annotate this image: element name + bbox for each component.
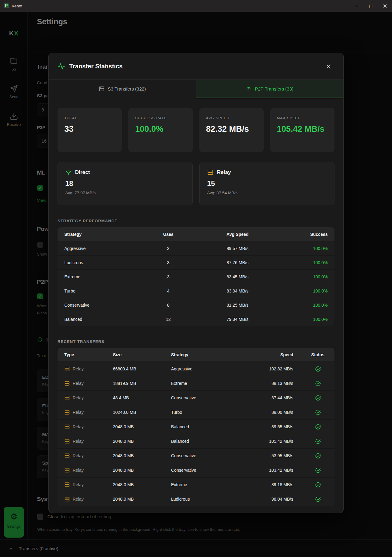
transfer-speed: 53.95 MB/s xyxy=(246,453,301,458)
strategy-success: 100.0% xyxy=(285,289,334,293)
table-row: Turbo 4 83.04 MB/s 100.0% xyxy=(58,284,334,298)
transfer-status xyxy=(301,482,334,488)
activity-icon xyxy=(58,63,65,70)
server-icon xyxy=(64,453,70,458)
col-header-avg-speed: Avg Speed xyxy=(190,232,285,237)
strategy-name: Conservative xyxy=(58,303,146,308)
transfer-type-label: Relay xyxy=(73,468,84,473)
transfer-type: Relay xyxy=(58,424,113,430)
col-header-type: Type xyxy=(58,352,113,357)
stat-value: 105.42 MB/s xyxy=(277,124,328,135)
transfer-status xyxy=(301,395,334,401)
mode-label: Direct xyxy=(75,169,90,176)
strategy-name: Extreme xyxy=(58,274,146,279)
transfer-speed: 88.00 MB/s xyxy=(246,410,301,415)
stat-card: AVG SPEED 82.32 MB/s xyxy=(199,108,264,152)
strategy-name: Aggressive xyxy=(58,246,146,251)
transfer-speed: 103.42 MB/s xyxy=(246,468,301,473)
transfer-strategy: Extreme xyxy=(171,482,246,487)
transfer-type: Relay xyxy=(58,496,113,502)
transfer-strategy: Extreme xyxy=(171,381,246,386)
transfer-size: 2048.0 MB xyxy=(113,468,171,473)
strategy-avg-speed: 87.76 MB/s xyxy=(190,260,285,265)
transfer-size: 2048.0 MB xyxy=(113,482,171,487)
col-header-status: Status xyxy=(301,352,334,357)
col-header-strategy: Strategy xyxy=(58,232,146,237)
transfer-type-label: Relay xyxy=(73,395,84,400)
transfer-type: Relay xyxy=(58,482,113,487)
server-icon xyxy=(64,482,70,487)
success-check-icon xyxy=(315,366,321,372)
strategy-uses: 3 xyxy=(146,260,190,265)
stat-value: 100.0% xyxy=(135,124,186,135)
stat-label: AVG SPEED xyxy=(206,116,257,120)
minimize-button[interactable]: ─ xyxy=(350,0,364,12)
tab-p2p-transfers[interactable]: P2P Transfers (33) xyxy=(196,80,343,98)
window-title: Keryx xyxy=(12,4,22,8)
transfer-size: 2048.0 MB xyxy=(113,453,171,458)
strategy-uses: 3 xyxy=(146,246,190,251)
transfer-type-label: Relay xyxy=(73,497,84,502)
close-icon xyxy=(326,64,331,69)
recent-table-header: Type Size Strategy Speed Status xyxy=(58,348,334,361)
close-icon xyxy=(383,4,387,8)
table-row: Conservative 8 81.25 MB/s 100.0% xyxy=(58,298,334,312)
tab-label: P2P Transfers (33) xyxy=(255,86,294,91)
transfer-strategy: Balanced xyxy=(171,424,246,429)
tab-label: S3 Transfers (322) xyxy=(108,86,146,91)
stats-row: TOTAL 33 SUCCESS RATE 100.0% AVG SPEED 8… xyxy=(58,108,334,152)
table-row: Relay 10240.0 MB Turbo 88.00 MB/s xyxy=(58,405,334,419)
strategy-success: 100.0% xyxy=(285,260,334,265)
strategy-table-body: Aggressive 3 89.57 MB/s 100.0% Ludicrous… xyxy=(58,241,334,326)
success-check-icon xyxy=(315,424,321,430)
modal-title: Transfer Statistics xyxy=(69,63,122,70)
wifi-icon xyxy=(65,169,72,176)
modal-header: Transfer Statistics xyxy=(49,53,343,80)
close-window-button[interactable] xyxy=(378,0,392,12)
relay-mode-card: Relay 15 Avg: 87.54 MB/s xyxy=(199,162,334,205)
keryx-app-icon xyxy=(4,3,9,8)
strategy-section-title: STRATEGY PERFORMANCE xyxy=(58,219,334,223)
modes-row: Direct 18 Avg: 77.97 MB/s Relay 15 Avg: … xyxy=(58,162,334,205)
table-row: Relay 2048.0 MB Balanced 105.42 MB/s xyxy=(58,434,334,448)
table-row: Relay 48.4 MB Conservative 37.44 MB/s xyxy=(58,390,334,405)
transfer-type-label: Relay xyxy=(73,366,84,371)
table-row: Relay 2048.0 MB Extreme 89.18 MB/s xyxy=(58,477,334,492)
mode-label: Relay xyxy=(217,169,231,176)
server-icon xyxy=(64,496,70,502)
tab-s3-transfers[interactable]: S3 Transfers (322) xyxy=(49,80,196,98)
strategy-avg-speed: 79.34 MB/s xyxy=(190,317,285,322)
server-icon xyxy=(64,438,70,444)
transfer-size: 48.4 MB xyxy=(113,395,171,400)
transfer-strategy: Conservative xyxy=(171,453,246,458)
strategy-success: 100.0% xyxy=(285,246,334,251)
transfer-type: Relay xyxy=(58,381,113,386)
stat-label: TOTAL xyxy=(64,116,115,120)
transfer-status xyxy=(301,467,334,473)
transfer-speed: 89.18 MB/s xyxy=(246,482,301,487)
col-header-uses: Uses xyxy=(146,232,190,237)
success-check-icon xyxy=(315,496,321,502)
strategy-name: Turbo xyxy=(58,289,146,293)
stat-label: SUCCESS RATE xyxy=(135,116,186,120)
table-row: Relay 2048.0 MB Conservative 53.95 MB/s xyxy=(58,448,334,463)
strategy-uses: 4 xyxy=(146,289,190,293)
stat-card: SUCCESS RATE 100.0% xyxy=(128,108,193,152)
table-row: Ludicrous 3 87.76 MB/s 100.0% xyxy=(58,255,334,269)
transfer-type: Relay xyxy=(58,467,113,473)
transfer-speed: 105.42 MB/s xyxy=(246,439,301,444)
transfer-status xyxy=(301,453,334,459)
transfer-status xyxy=(301,410,334,415)
transfer-strategy: Conservative xyxy=(171,468,246,473)
transfer-statistics-modal: Transfer Statistics S3 Transfers (322) P… xyxy=(48,53,344,513)
strategy-uses: 3 xyxy=(146,274,190,279)
transfer-size: 2048.0 MB xyxy=(113,424,171,429)
table-row: Aggressive 3 89.57 MB/s 100.0% xyxy=(58,241,334,255)
modal-close-button[interactable] xyxy=(324,62,333,71)
maximize-button[interactable]: □ xyxy=(364,0,378,12)
modal-body: TOTAL 33 SUCCESS RATE 100.0% AVG SPEED 8… xyxy=(49,98,343,506)
app-window: Keryx ─ □ KX S3 Send Receive ⚙ Settings … xyxy=(0,0,392,557)
success-check-icon xyxy=(315,467,321,473)
server-icon xyxy=(64,424,70,430)
table-row: Relay 2048.0 MB Balanced 89.65 MB/s xyxy=(58,419,334,434)
